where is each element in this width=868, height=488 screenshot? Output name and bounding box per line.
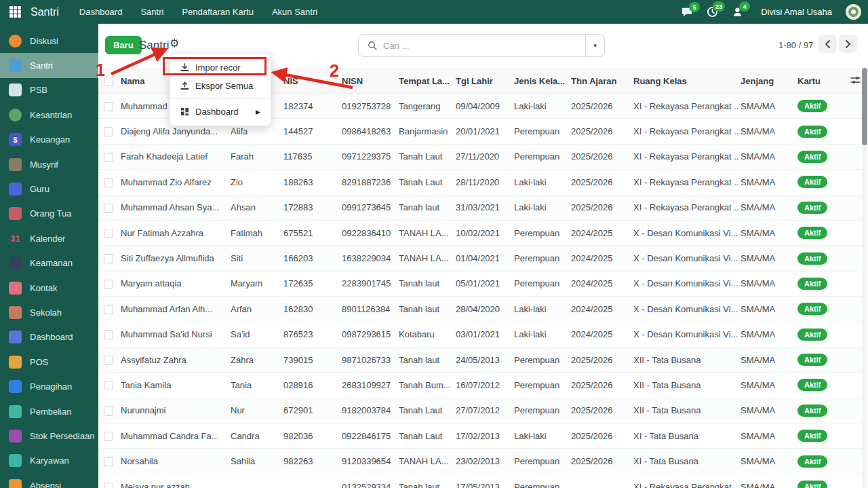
col-header-nis[interactable]: NIS	[281, 69, 340, 94]
sidebar-item-keuangan[interactable]: $ Keuangan	[0, 128, 98, 152]
cell-thn-ajaran: 2024/2025	[569, 297, 631, 322]
nav-link-akun-santri[interactable]: Akun Santri	[272, 7, 317, 17]
col-header-nisn[interactable]: NISN	[340, 69, 397, 94]
table-row[interactable]: Maryam attaqia Maryam 172635 2283901745 …	[98, 271, 863, 296]
row-checkbox[interactable]	[104, 229, 113, 238]
row-checkbox[interactable]	[104, 254, 113, 263]
gear-menu-icon[interactable]: ⚙	[170, 37, 179, 50]
cell-tgl-lahir: 28/04/2020	[454, 297, 512, 322]
table-row[interactable]: Assyifatuz Zahra Zahra 739015 9871026733…	[98, 347, 863, 372]
sidebar-item-psb[interactable]: PSB	[0, 78, 98, 102]
chevron-left-icon	[825, 40, 831, 48]
row-checkbox[interactable]	[104, 204, 113, 213]
sidebar-item-kalender[interactable]: 31 Kalender	[0, 226, 98, 250]
scrollbar-thumb[interactable]	[862, 68, 867, 145]
row-checkbox[interactable]	[104, 102, 113, 111]
menu-item-dashboard[interactable]: Dashboard ▶	[170, 102, 271, 121]
menu-item-import[interactable]: Impor recor	[170, 58, 271, 77]
row-checkbox[interactable]	[104, 305, 113, 314]
table-row[interactable]: Muhammad Zio Alfarez Zio 188263 82918872…	[98, 170, 863, 195]
col-header-ruang-kelas[interactable]: Ruang Kelas	[631, 69, 738, 94]
sidebar-item-sekolah[interactable]: Sekolah	[0, 300, 98, 324]
status-badge: Aktif	[797, 202, 827, 214]
menu-item-export[interactable]: Ekspor Semua	[170, 77, 271, 95]
nav-link-pendaftaran-kartu[interactable]: Pendaftaran Kartu	[182, 7, 254, 17]
prev-page-button[interactable]	[818, 35, 837, 53]
row-checkbox[interactable]	[104, 432, 113, 441]
sidebar-item-kesantrian[interactable]: Kesantrian	[0, 102, 98, 127]
table-row[interactable]: Tania Kamila Tania 028916 2683109927 Tan…	[98, 373, 863, 398]
cell-thn-ajaran: 2024/2025	[569, 220, 631, 245]
list-settings-button[interactable]	[848, 69, 863, 94]
row-checkbox[interactable]	[104, 483, 113, 488]
apps-grid-icon[interactable]	[9, 6, 21, 18]
sidebar-item-santri[interactable]: Santri	[0, 53, 98, 77]
recent-activity-button[interactable]: 23	[707, 6, 718, 18]
user-activity-button[interactable]: 4	[732, 6, 743, 18]
cell-thn-ajaran: 2025/2026	[569, 170, 631, 195]
table-row[interactable]: Muhammad Arfan Alh... Arfan 162830 89011…	[98, 297, 863, 322]
col-header-kartu[interactable]: Kartu	[795, 69, 848, 94]
table-row[interactable]: Nurunnajmi Nur 672901 9182003784 Tanah L…	[98, 398, 863, 423]
cell-nickname	[229, 474, 281, 488]
nav-link-dashboard[interactable]: Dashboard	[79, 7, 123, 17]
next-page-button[interactable]	[839, 35, 857, 53]
table-row[interactable]: Muhammad Ahsan Sya... Ahsan 172883 09912…	[98, 195, 863, 220]
table-row[interactable]: Siti Zuffaezya Allmuflida Siti 166203 16…	[98, 246, 863, 271]
sidebar-item-penagihan[interactable]: Penagihan	[0, 374, 98, 398]
row-checkbox[interactable]	[104, 381, 113, 390]
col-header-thn-ajaran[interactable]: Thn Ajaran	[569, 69, 631, 94]
sidebar-item-musyrif[interactable]: Musyrif	[0, 152, 98, 176]
sidebar-item-stok-persediaan[interactable]: Stok Persediaan	[0, 424, 98, 448]
cell-tgl-lahir: 10/02/2021	[454, 220, 512, 245]
row-checkbox[interactable]	[104, 356, 113, 365]
search-options-caret[interactable]: ▾	[585, 35, 604, 56]
table-row[interactable]: Muhammad Candra Fa... Candra 982036 0922…	[98, 424, 863, 449]
cell-jenjang: SMA/MA	[738, 246, 795, 271]
row-checkbox[interactable]	[104, 127, 113, 136]
table-row[interactable]: Nur Fatimah Azzahra Fatimah 675521 09228…	[98, 220, 863, 245]
row-checkbox[interactable]	[104, 457, 113, 466]
row-checkbox[interactable]	[104, 280, 113, 289]
sidebar-item-guru[interactable]: Guru	[0, 176, 98, 201]
chat-notifications-button[interactable]: 5	[681, 7, 693, 18]
cell-thn-ajaran: 2025/2026	[569, 373, 631, 398]
table-row[interactable]: Farah Khadeeja Latief Farah 117635 09712…	[98, 144, 863, 169]
cell-jenis-kelamin: Laki-laki	[512, 94, 569, 119]
sidebar-item-pembelian[interactable]: Pembelian	[0, 399, 98, 424]
search-box[interactable]: Cari ... ▾	[358, 34, 605, 57]
col-header-jenis-kelamin[interactable]: Jenis Kela...	[512, 69, 569, 94]
nav-link-santri[interactable]: Santri	[140, 7, 163, 17]
table-row[interactable]: Norsahila Sahila 982263 9120339654 TANAH…	[98, 449, 863, 474]
row-checkbox[interactable]	[104, 407, 113, 416]
cell-tgl-lahir: 23/02/2013	[454, 449, 512, 474]
cell-nama: Farah Khadeeja Latief	[119, 144, 229, 169]
row-checkbox[interactable]	[104, 330, 113, 339]
sidebar-item-pos[interactable]: POS	[0, 350, 98, 374]
select-all-checkbox[interactable]	[104, 77, 113, 86]
sidebar-item-diskusi[interactable]: Diskusi	[0, 29, 98, 53]
sidebar-item-dashboard[interactable]: Dashboard	[0, 325, 98, 350]
cell-jenjang: SMA/MA	[738, 424, 795, 449]
avatar[interactable]	[846, 4, 861, 20]
col-header-jenjang[interactable]: Jenjang	[738, 69, 795, 94]
cell-jenjang: SMA/MA	[738, 94, 795, 119]
sidebar-item-absensi[interactable]: Absensi	[0, 473, 98, 488]
col-header-tgl-lahir[interactable]: Tgl Lahir	[454, 69, 512, 94]
sidebar-item-orang-tua[interactable]: Orang Tua	[0, 202, 98, 226]
sidebar-item-karyawan[interactable]: Karyawan	[0, 449, 98, 473]
current-division-label[interactable]: Divisi Amal Usaha	[761, 7, 832, 17]
new-button[interactable]: Baru	[105, 36, 142, 54]
sidebar-item-kontak[interactable]: Kontak	[0, 276, 98, 300]
cell-tempat-lahir: TANAH LA...	[397, 449, 454, 474]
sidebar-item-keamanan[interactable]: Keamanan	[0, 251, 98, 276]
row-checkbox[interactable]	[104, 153, 113, 162]
table-row[interactable]: Muhammad Sa'id Nursi Sa'id 876523 098729…	[98, 322, 863, 347]
search-input[interactable]: Cari ...	[383, 41, 585, 51]
mentor-icon	[9, 158, 22, 171]
row-checkbox[interactable]	[104, 178, 113, 187]
table-row[interactable]: Meisya nur azzah 0132529334 Tanah laut 1…	[98, 474, 863, 488]
cell-tgl-lahir: 05/01/2021	[454, 271, 512, 296]
app-brand[interactable]: Santri	[31, 6, 59, 18]
col-header-tempat-lahir[interactable]: Tempat La...	[397, 69, 454, 94]
